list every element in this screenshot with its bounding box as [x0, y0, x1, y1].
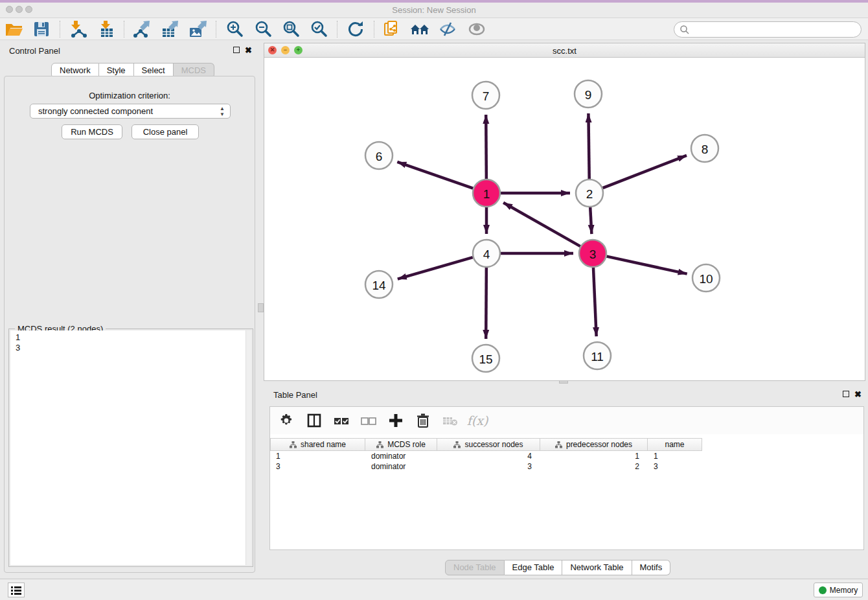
deselect-all-icon[interactable] — [360, 411, 378, 430]
hide-selected-eye-icon[interactable] — [437, 19, 459, 39]
node-label-3: 3 — [589, 248, 597, 261]
memory-button[interactable]: Memory — [814, 583, 863, 597]
table-panel-body: f(x) shared nameMCDS rolesuccessor nodes… — [269, 406, 864, 550]
close-panel-button[interactable]: Close panel — [131, 124, 199, 139]
optimization-criterion-select[interactable]: strongly connected component ▲▼ — [30, 104, 231, 119]
tab-edge-table[interactable]: Edge Table — [505, 560, 563, 575]
homes-icon[interactable] — [409, 19, 431, 39]
tab-network-table[interactable]: Network Table — [562, 560, 632, 575]
control-panel-close-icon[interactable]: ✖ — [245, 46, 252, 54]
table-body: 1dominator4113dominator323 — [270, 451, 863, 472]
node-6[interactable]: 6 — [365, 142, 393, 169]
control-panel-header: Control Panel ✖ — [0, 40, 259, 60]
mcds-result-scrollbar[interactable] — [246, 330, 251, 565]
import-network-icon[interactable] — [67, 19, 89, 39]
select-all-icon[interactable] — [332, 411, 350, 430]
cell-successor-nodes[interactable]: 4 — [437, 451, 540, 461]
cell-name[interactable]: 3 — [648, 461, 702, 472]
edge-1-6[interactable] — [397, 162, 473, 189]
cell-name[interactable]: 1 — [648, 451, 702, 461]
add-column-icon[interactable] — [387, 411, 405, 430]
cell-MCDS-role[interactable]: dominator — [365, 461, 437, 472]
column-header-successor-nodes[interactable]: successor nodes — [437, 438, 540, 451]
mcds-panel: Optimization criterion: strongly connect… — [4, 76, 255, 573]
edge-2-3[interactable] — [590, 207, 591, 234]
zoom-in-icon[interactable] — [223, 19, 246, 39]
node-1[interactable]: 1 — [473, 179, 500, 207]
titlebar-accent-strip — [0, 0, 868, 3]
zoom-fit-icon[interactable] — [280, 19, 302, 39]
edge-2-9[interactable] — [588, 113, 589, 179]
cell-predecessor-nodes[interactable]: 2 — [540, 461, 648, 472]
task-history-button[interactable] — [8, 583, 25, 597]
table-panel-close-icon[interactable]: ✖ — [854, 390, 862, 398]
cell-MCDS-role[interactable]: dominator — [365, 451, 437, 461]
column-header-shared-name[interactable]: shared name — [270, 438, 365, 451]
node-7[interactable]: 7 — [472, 82, 499, 109]
open-file-icon[interactable] — [3, 19, 25, 39]
run-mcds-button[interactable]: Run MCDS — [62, 124, 122, 139]
table-toolbar: f(x) — [270, 407, 863, 434]
zoom-out-icon[interactable] — [252, 19, 274, 39]
search-input[interactable] — [674, 21, 862, 38]
node-11[interactable]: 11 — [584, 342, 611, 369]
column-header-predecessor-nodes[interactable]: predecessor nodes — [540, 438, 648, 451]
export-network-icon[interactable] — [130, 19, 152, 39]
node-14[interactable]: 14 — [365, 271, 393, 298]
table-panel-float-icon[interactable] — [843, 391, 849, 397]
cell-shared-name[interactable]: 3 — [270, 461, 365, 472]
column-header-MCDS-role[interactable]: MCDS role — [365, 438, 437, 451]
show-columns-icon[interactable] — [305, 411, 323, 430]
main-toolbar — [0, 18, 868, 40]
tab-motifs[interactable]: Motifs — [632, 560, 671, 575]
node-label-4: 4 — [483, 248, 490, 261]
edge-4-14[interactable] — [398, 257, 473, 279]
edge-3-1[interactable] — [503, 203, 580, 246]
cell-shared-name[interactable]: 1 — [270, 451, 365, 461]
node-9[interactable]: 9 — [575, 80, 602, 108]
gear-icon[interactable] — [278, 411, 296, 430]
table-panel-tabs: Node TableEdge TableNetwork TableMotifs — [445, 560, 670, 575]
node-15[interactable]: 15 — [472, 345, 499, 372]
save-session-icon[interactable] — [30, 19, 52, 39]
node-label-6: 6 — [376, 150, 383, 163]
node-3[interactable]: 3 — [579, 240, 606, 267]
edge-3-10[interactable] — [606, 257, 687, 274]
node-4[interactable]: 4 — [473, 240, 500, 267]
new-network-icon[interactable] — [380, 19, 402, 39]
window-title: Session: New Session — [0, 5, 868, 15]
optimization-criterion-label: Optimization criterion: — [5, 91, 255, 100]
table-row[interactable]: 3dominator323 — [270, 461, 863, 472]
edge-2-8[interactable] — [603, 156, 687, 188]
window-titlebar: Session: New Session — [0, 0, 868, 18]
table-panel-header: Table Panel ✖ — [264, 386, 868, 404]
zoom-selected-icon[interactable] — [308, 19, 330, 39]
column-header-name[interactable]: name — [648, 438, 702, 451]
edge-4-15[interactable] — [486, 268, 486, 339]
network-canvas[interactable]: 1234678910111415 — [264, 58, 865, 380]
export-table-icon[interactable] — [159, 19, 181, 39]
tab-node-table[interactable]: Node Table — [445, 560, 505, 575]
memory-status-dot — [819, 586, 827, 594]
edge-1-7[interactable] — [486, 115, 486, 179]
node-10[interactable]: 10 — [692, 264, 720, 292]
show-eye-icon[interactable] — [466, 19, 488, 39]
import-table-icon[interactable] — [96, 19, 118, 39]
refresh-layout-icon[interactable] — [345, 19, 367, 39]
control-panel-float-icon[interactable] — [233, 47, 240, 53]
export-image-icon[interactable] — [187, 19, 209, 39]
delete-column-icon[interactable] — [414, 411, 432, 430]
node-label-8: 8 — [702, 143, 709, 156]
list-icon — [11, 586, 21, 595]
node-2[interactable]: 2 — [576, 179, 603, 207]
edge-3-11[interactable] — [593, 268, 597, 336]
cell-successor-nodes[interactable]: 3 — [437, 461, 540, 472]
vertical-split-handle[interactable] — [258, 303, 264, 312]
network-window-titlebar[interactable]: ✕ − + scc.txt — [264, 43, 865, 58]
table-row[interactable]: 1dominator411 — [270, 451, 863, 461]
cell-predecessor-nodes[interactable]: 1 — [540, 451, 648, 461]
mcds-result-textarea[interactable]: 1 3 — [10, 330, 251, 565]
toolbar-separator — [374, 21, 374, 38]
control-panel-title: Control Panel — [9, 46, 60, 56]
node-8[interactable]: 8 — [691, 135, 718, 162]
